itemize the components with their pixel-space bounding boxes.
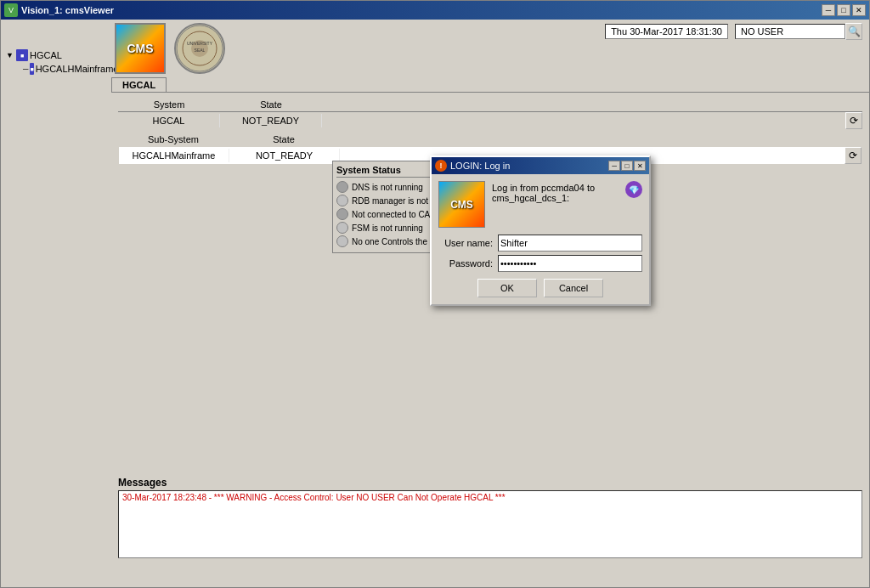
- dialog-title-buttons: ─ □ ✕: [608, 161, 646, 171]
- login-dialog: ! LOGIN: Log in ─ □ ✕ CMS Log in from pc…: [430, 155, 651, 306]
- username-input[interactable]: [498, 235, 642, 252]
- main-content: Thu 30-Mar-2017 18:31:30 NO USER 🔍 ▼ ■ H…: [1, 20, 869, 587]
- window-controls: ─ □ ✕: [822, 4, 866, 16]
- main-window: V Vision_1: cmsViewer ─ □ ✕ Thu 30-Mar-2…: [0, 0, 870, 588]
- dialog-header-text: Log in from pccmda04 to cms_hgcal_dcs_1:: [492, 181, 619, 203]
- dialog-close-button[interactable]: ✕: [634, 161, 646, 171]
- title-bar: V Vision_1: cmsViewer ─ □ ✕: [1, 1, 869, 20]
- dialog-title-icon: !: [435, 160, 447, 172]
- dialog-badge-icon: 💎: [625, 181, 642, 198]
- ok-button[interactable]: OK: [477, 279, 537, 297]
- dialog-title-text: LOGIN: Log in: [450, 161, 608, 171]
- restore-button[interactable]: □: [837, 4, 850, 16]
- username-row: User name:: [438, 235, 642, 252]
- password-row: Password:: [438, 255, 642, 272]
- minimize-button[interactable]: ─: [822, 4, 835, 16]
- dialog-buttons: OK Cancel: [438, 279, 642, 297]
- username-label: User name:: [438, 238, 498, 248]
- dialog-overlay: ! LOGIN: Log in ─ □ ✕ CMS Log in from pc…: [1, 20, 869, 587]
- password-label: Password:: [438, 258, 498, 269]
- dialog-minimize-button[interactable]: ─: [608, 161, 620, 171]
- dialog-restore-button[interactable]: □: [621, 161, 633, 171]
- close-button[interactable]: ✕: [852, 4, 866, 16]
- password-input[interactable]: [498, 255, 642, 272]
- app-icon: V: [4, 3, 18, 17]
- cancel-button[interactable]: Cancel: [544, 279, 603, 297]
- dialog-cms-logo: CMS: [438, 181, 485, 228]
- dialog-content: CMS Log in from pccmda04 to cms_hgcal_dc…: [432, 174, 649, 304]
- window-title: Vision_1: cmsViewer: [21, 5, 822, 15]
- dialog-title-bar: ! LOGIN: Log in ─ □ ✕: [432, 157, 649, 174]
- dialog-header-row: CMS Log in from pccmda04 to cms_hgcal_dc…: [438, 181, 642, 228]
